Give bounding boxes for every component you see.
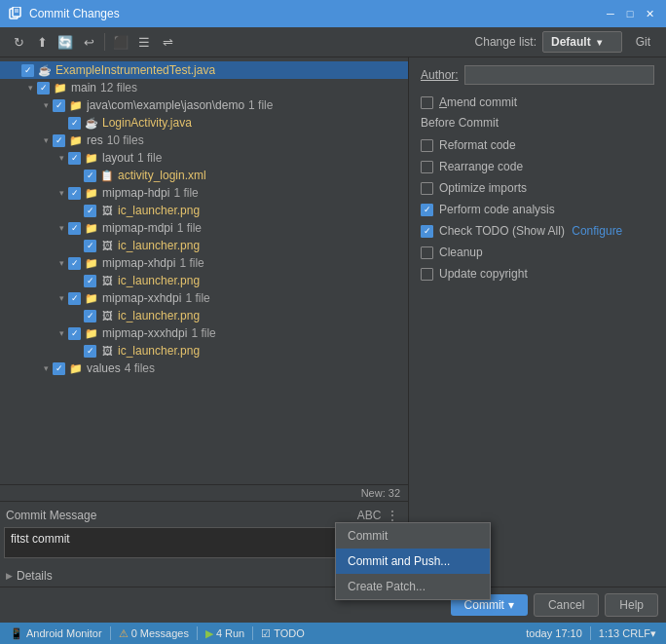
- tree-item[interactable]: ▾📁mipmap-xhdpi1 file: [0, 254, 408, 272]
- tree-item[interactable]: 🖼ic_launcher.png: [0, 237, 408, 254]
- android-monitor-item[interactable]: 📱 Android Monitor: [6, 623, 106, 644]
- checkbox-cleanup[interactable]: [421, 246, 433, 259]
- git-time-item[interactable]: today 17:10: [522, 627, 586, 639]
- tree-expand-arrow-icon: ▾: [39, 98, 53, 112]
- checkbox-update_copyright[interactable]: [421, 268, 433, 281]
- run-item[interactable]: ▶ 4 Run: [202, 623, 248, 644]
- tree-label: ic_launcher.png: [118, 344, 200, 358]
- toolbar-btn-3[interactable]: 🔄: [55, 31, 76, 53]
- change-list-dropdown[interactable]: Default ▾: [542, 31, 622, 53]
- details-arrow-icon: ▶: [6, 571, 13, 581]
- tree-checkbox[interactable]: [21, 64, 34, 77]
- tree-checkbox[interactable]: [68, 327, 81, 340]
- tree-checkbox[interactable]: [84, 170, 96, 182]
- tree-item[interactable]: 📋activity_login.xml: [0, 167, 408, 184]
- toolbar-btn-5[interactable]: ⬛: [110, 31, 131, 53]
- checkbox-label-reformat: Reformat code: [439, 138, 516, 152]
- run-label: Run: [225, 627, 244, 639]
- tree-checkbox[interactable]: [53, 99, 65, 112]
- toolbar-btn-1[interactable]: ↻: [8, 31, 29, 53]
- tree-item[interactable]: ▾📁java\com\example\jason\demo1 file: [0, 96, 408, 114]
- close-button[interactable]: ✕: [641, 5, 658, 22]
- tree-count: 1 file: [185, 291, 209, 305]
- messages-label: Messages: [140, 627, 189, 639]
- dropdown-arrow-icon: ▾: [597, 37, 602, 48]
- main-container: ↻ ⬆ 🔄 ↩ ⬛ ☰ ⇌ Change list: Default ▾ Git…: [0, 27, 666, 644]
- tree-checkbox[interactable]: [68, 257, 81, 270]
- tree-checkbox[interactable]: [84, 310, 96, 322]
- messages-warning-icon: ⚠: [119, 627, 129, 640]
- configure-link[interactable]: Configure: [572, 224, 622, 238]
- tree-count: 1 file: [191, 326, 215, 340]
- dropdown-item-commit[interactable]: Commit: [336, 523, 490, 549]
- toolbar-btn-7[interactable]: ⇌: [157, 31, 178, 53]
- tree-item[interactable]: 🖼ic_launcher.png: [0, 307, 408, 324]
- tree-checkbox[interactable]: [68, 117, 81, 130]
- tree-checkbox[interactable]: [84, 205, 96, 217]
- cancel-button[interactable]: Cancel: [534, 593, 599, 617]
- tree-item[interactable]: ▾📁mipmap-xxhdpi1 file: [0, 289, 408, 307]
- tree-label: ic_launcher.png: [118, 274, 200, 287]
- checkbox-reformat[interactable]: [421, 139, 433, 152]
- messages-item[interactable]: ⚠ 0 Messages: [115, 623, 193, 644]
- checkbox-perform[interactable]: [421, 204, 433, 216]
- checkbox-optimize[interactable]: [421, 182, 433, 195]
- maximize-button[interactable]: □: [621, 5, 639, 22]
- option-row-check_todo: Check TODO (Show All) Configure: [421, 223, 654, 239]
- file-icon: 🖼: [99, 343, 115, 359]
- tree-item[interactable]: ▾📁layout1 file: [0, 149, 408, 167]
- tree-label: ic_launcher.png: [118, 204, 200, 217]
- toolbar: ↻ ⬆ 🔄 ↩ ⬛ ☰ ⇌ Change list: Default ▾ Git: [0, 27, 666, 57]
- tree-checkbox[interactable]: [68, 187, 81, 200]
- tree-checkbox[interactable]: [37, 82, 50, 95]
- tree-checkbox[interactable]: [68, 222, 81, 235]
- tree-checkbox[interactable]: [53, 134, 65, 147]
- tree-item[interactable]: 🖼ic_launcher.png: [0, 272, 408, 289]
- tree-item[interactable]: 🖼ic_launcher.png: [0, 202, 408, 219]
- tree-checkbox[interactable]: [68, 292, 81, 305]
- checkbox-label-optimize: Optimize imports: [439, 181, 527, 195]
- position-item[interactable]: 1:13 CRLF▾: [595, 627, 660, 640]
- todo-item[interactable]: ☑ TODO: [257, 623, 309, 644]
- tree-item[interactable]: ▾📁mipmap-hdpi1 file: [0, 184, 408, 202]
- tree-label: layout: [102, 151, 133, 165]
- dropdown-item-commit-push[interactable]: Commit and Push...: [336, 549, 490, 574]
- toolbar-btn-2[interactable]: ⬆: [31, 31, 53, 53]
- dropdown-item-create-patch[interactable]: Create Patch...: [336, 574, 490, 599]
- file-tree[interactable]: ☕ExampleInstrumentedTest.java▾📁main12 fi…: [0, 57, 408, 484]
- checkbox-check_todo[interactable]: [421, 225, 433, 238]
- tree-checkbox[interactable]: [84, 275, 96, 287]
- tree-checkbox[interactable]: [68, 152, 81, 165]
- author-input[interactable]: [464, 65, 654, 85]
- tree-label: mipmap-xhdpi: [102, 256, 175, 270]
- help-button[interactable]: Help: [605, 593, 658, 617]
- amend-commit-checkbox[interactable]: [421, 96, 433, 109]
- minimize-button[interactable]: ─: [602, 5, 619, 22]
- tree-item[interactable]: ▾📁values4 files: [0, 360, 408, 377]
- tree-item[interactable]: ☕ExampleInstrumentedTest.java: [0, 61, 408, 79]
- toolbar-btn-6[interactable]: ☰: [133, 31, 155, 53]
- toolbar-btn-4[interactable]: ↩: [78, 31, 99, 53]
- tree-checkbox[interactable]: [53, 362, 65, 375]
- tree-item[interactable]: ☕LoginActivity.java: [0, 114, 408, 132]
- tree-checkbox[interactable]: [84, 345, 96, 358]
- tree-expand-arrow-icon: ▾: [39, 361, 53, 375]
- tree-item[interactable]: 🖼ic_launcher.png: [0, 342, 408, 360]
- tree-expand-arrow-icon: ▾: [23, 81, 37, 95]
- commit-dropdown-arrow-icon: ▾: [508, 598, 514, 612]
- git-tab[interactable]: Git: [628, 33, 658, 51]
- todo-label: TODO: [274, 627, 305, 639]
- file-icon: 📋: [99, 168, 115, 183]
- tree-item[interactable]: ▾📁mipmap-mdpi1 file: [0, 219, 408, 237]
- tree-item[interactable]: ▾📁res10 files: [0, 132, 408, 149]
- amend-commit-label: Amend commit: [439, 95, 517, 109]
- folder-icon: 📁: [53, 80, 68, 95]
- tree-item[interactable]: ▾📁main12 files: [0, 79, 408, 96]
- tree-item[interactable]: ▾📁mipmap-xxxhdpi1 file: [0, 324, 408, 342]
- option-row-update_copyright: Update copyright: [421, 266, 654, 282]
- tree-checkbox[interactable]: [84, 240, 96, 252]
- option-row-optimize: Optimize imports: [421, 180, 654, 196]
- checkbox-rearrange[interactable]: [421, 161, 433, 173]
- status-sep-1: [110, 626, 111, 640]
- folder-icon: 📁: [84, 255, 99, 271]
